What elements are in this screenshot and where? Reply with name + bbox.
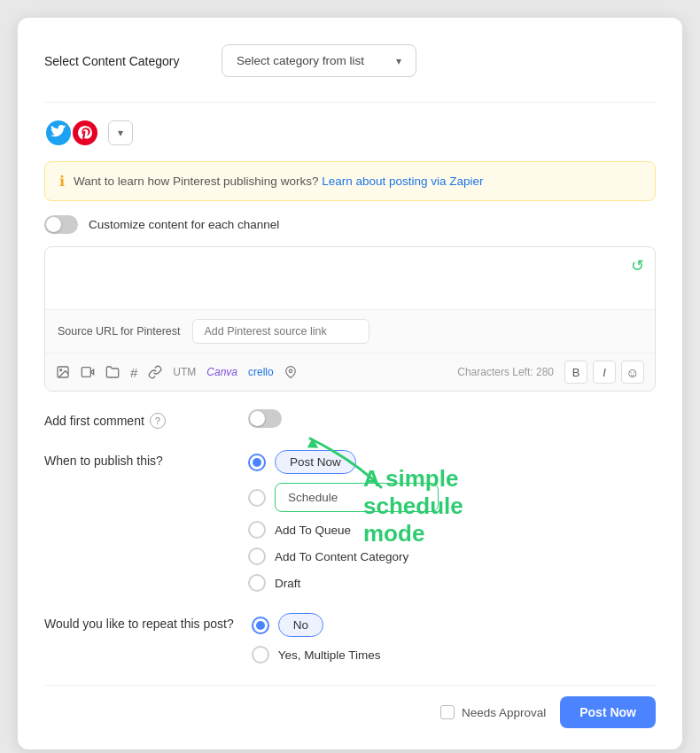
customize-row: Customize content for each channel (44, 215, 656, 234)
footer-row: Needs Approval Post Now (44, 685, 656, 728)
emoji-button[interactable]: ☺ (621, 361, 644, 384)
needs-approval-checkbox[interactable] (440, 705, 455, 719)
info-banner-text: Want to learn how Pinterest publishing w… (74, 175, 484, 188)
category-dropdown-placeholder: Select category from list (237, 54, 364, 67)
post-now-button[interactable]: Post Now (560, 696, 656, 728)
accounts-dropdown-button[interactable]: ▾ (108, 120, 133, 145)
radio-yes-multiple[interactable] (252, 646, 269, 664)
option-no[interactable]: No (252, 613, 656, 637)
link-icon[interactable] (148, 365, 162, 379)
option-schedule[interactable]: Schedule (248, 483, 656, 512)
bold-button[interactable]: B (564, 361, 587, 384)
canva-label[interactable]: Canva (206, 366, 237, 378)
format-buttons: B I ☺ (564, 361, 644, 384)
radio-draft[interactable] (248, 574, 266, 592)
repeat-options: No Yes, Multiple Times (252, 613, 656, 664)
customize-label: Customize content for each channel (89, 218, 279, 231)
radio-post-now[interactable] (248, 454, 266, 471)
chars-left: Characters Left: 280 (457, 366, 554, 378)
location-icon[interactable] (284, 366, 297, 378)
category-row: Select Content Category Select category … (44, 44, 656, 77)
chars-left-value: 280 (536, 366, 554, 378)
chars-left-label: Characters Left: (457, 366, 533, 378)
svg-point-4 (289, 369, 292, 373)
no-label: No (278, 613, 323, 637)
first-comment-label: Add first comment ? (44, 409, 230, 429)
first-comment-toggle[interactable] (248, 409, 282, 428)
option-add-to-category[interactable]: Add To Content Category (248, 547, 656, 565)
toolbar-row: # UTM Canva crello Characters Left: 280 … (45, 353, 655, 391)
radio-content-category[interactable] (248, 547, 266, 565)
radio-queue[interactable] (248, 521, 266, 539)
utm-label[interactable]: UTM (173, 366, 196, 378)
main-card: Select Content Category Select category … (18, 18, 682, 749)
source-url-row: Source URL for Pinterest (45, 309, 655, 353)
queue-label: Add To Queue (275, 524, 351, 537)
first-comment-row: Add first comment ? (44, 409, 656, 429)
crello-label[interactable]: crello (248, 366, 274, 378)
svg-point-1 (60, 369, 62, 371)
info-banner: ℹ Want to learn how Pinterest publishing… (44, 161, 656, 201)
needs-approval-label: Needs Approval (462, 706, 546, 719)
schedule-option-wrapper: Schedule A simple schedulemode (248, 483, 656, 512)
schedule-label: Schedule (275, 483, 439, 512)
source-url-input[interactable] (192, 319, 369, 344)
svg-rect-2 (82, 368, 90, 377)
content-category-label: Add To Content Category (275, 550, 408, 563)
video-icon[interactable] (81, 365, 95, 379)
editor-area: ↺ Source URL for Pinterest # (44, 246, 656, 392)
info-circle-icon: ℹ (59, 173, 65, 190)
customize-toggle[interactable] (44, 215, 78, 234)
hashtag-icon[interactable]: # (130, 365, 137, 380)
chevron-down-icon: ▾ (396, 55, 401, 67)
repeat-row: Would you like to repeat this post? No Y… (44, 613, 656, 664)
option-draft[interactable]: Draft (248, 574, 656, 592)
refresh-icon[interactable]: ↺ (631, 256, 644, 276)
radio-no[interactable] (252, 617, 269, 634)
source-label: Source URL for Pinterest (58, 325, 180, 338)
option-post-now[interactable]: Post Now (248, 450, 656, 474)
post-now-label: Post Now (275, 450, 356, 474)
needs-approval: Needs Approval (440, 705, 546, 719)
folder-icon[interactable] (105, 365, 120, 379)
option-add-to-queue[interactable]: Add To Queue (248, 521, 656, 539)
first-comment-controls (248, 409, 656, 428)
zapier-link[interactable]: Learn about posting via Zapier (322, 175, 483, 188)
first-comment-help-icon[interactable]: ? (150, 413, 166, 429)
draft-label: Draft (275, 577, 300, 590)
when-to-publish-label: When to publish this? (44, 450, 230, 468)
when-to-publish-row: When to publish this? Post Now Schedule (44, 450, 656, 592)
publish-options: Post Now Schedule A simple schedulemode … (248, 450, 656, 592)
avatar-twitter (44, 119, 73, 147)
editor-body[interactable]: ↺ (45, 247, 655, 309)
repeat-label: Would you like to repeat this post? (44, 613, 234, 631)
accounts-chevron-icon: ▾ (118, 127, 123, 139)
account-avatars (44, 119, 99, 147)
option-yes-multiple[interactable]: Yes, Multiple Times (252, 646, 656, 664)
avatar-pinterest (71, 119, 99, 147)
category-dropdown[interactable]: Select category from list ▾ (222, 44, 416, 77)
yes-multiple-label: Yes, Multiple Times (278, 648, 381, 662)
radio-schedule[interactable] (248, 489, 266, 507)
image-icon[interactable] (56, 365, 70, 379)
accounts-row: ▾ (44, 119, 656, 147)
category-label: Select Content Category (44, 54, 204, 68)
italic-button[interactable]: I (593, 361, 616, 384)
